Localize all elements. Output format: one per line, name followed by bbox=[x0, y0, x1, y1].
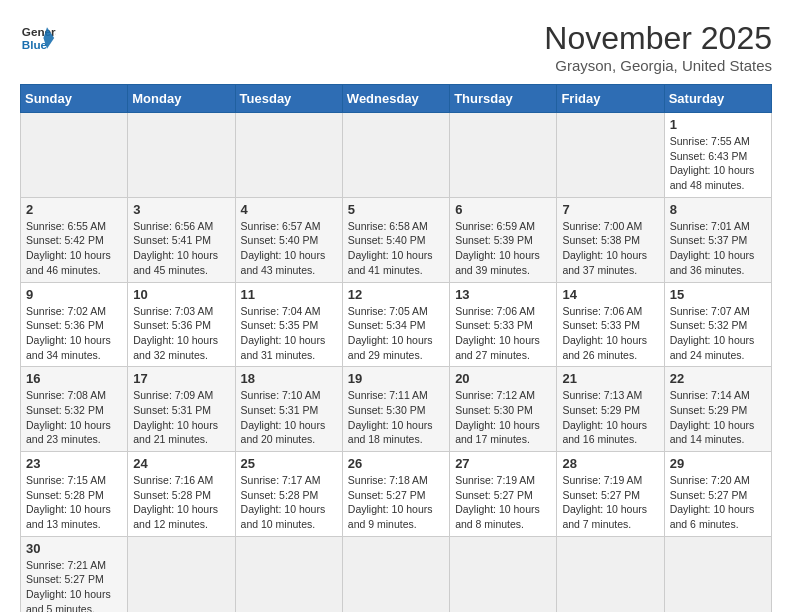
day-info: Sunrise: 7:19 AM Sunset: 5:27 PM Dayligh… bbox=[562, 473, 658, 532]
day-info: Sunrise: 7:16 AM Sunset: 5:28 PM Dayligh… bbox=[133, 473, 229, 532]
day-info: Sunrise: 7:03 AM Sunset: 5:36 PM Dayligh… bbox=[133, 304, 229, 363]
calendar-week-row: 23Sunrise: 7:15 AM Sunset: 5:28 PM Dayli… bbox=[21, 452, 772, 537]
calendar-cell: 13Sunrise: 7:06 AM Sunset: 5:33 PM Dayli… bbox=[450, 282, 557, 367]
column-header-friday: Friday bbox=[557, 85, 664, 113]
day-info: Sunrise: 7:02 AM Sunset: 5:36 PM Dayligh… bbox=[26, 304, 122, 363]
calendar-week-row: 30Sunrise: 7:21 AM Sunset: 5:27 PM Dayli… bbox=[21, 536, 772, 612]
column-header-thursday: Thursday bbox=[450, 85, 557, 113]
calendar-week-row: 2Sunrise: 6:55 AM Sunset: 5:42 PM Daylig… bbox=[21, 197, 772, 282]
day-info: Sunrise: 6:58 AM Sunset: 5:40 PM Dayligh… bbox=[348, 219, 444, 278]
day-number: 15 bbox=[670, 287, 766, 302]
day-number: 14 bbox=[562, 287, 658, 302]
day-info: Sunrise: 7:06 AM Sunset: 5:33 PM Dayligh… bbox=[562, 304, 658, 363]
day-number: 7 bbox=[562, 202, 658, 217]
column-header-wednesday: Wednesday bbox=[342, 85, 449, 113]
day-number: 29 bbox=[670, 456, 766, 471]
column-header-saturday: Saturday bbox=[664, 85, 771, 113]
column-header-monday: Monday bbox=[128, 85, 235, 113]
calendar-cell: 15Sunrise: 7:07 AM Sunset: 5:32 PM Dayli… bbox=[664, 282, 771, 367]
day-number: 12 bbox=[348, 287, 444, 302]
day-number: 16 bbox=[26, 371, 122, 386]
day-info: Sunrise: 7:10 AM Sunset: 5:31 PM Dayligh… bbox=[241, 388, 337, 447]
day-number: 27 bbox=[455, 456, 551, 471]
column-header-sunday: Sunday bbox=[21, 85, 128, 113]
day-info: Sunrise: 7:05 AM Sunset: 5:34 PM Dayligh… bbox=[348, 304, 444, 363]
day-number: 11 bbox=[241, 287, 337, 302]
calendar-cell bbox=[128, 536, 235, 612]
svg-text:Blue: Blue bbox=[22, 38, 48, 51]
day-number: 4 bbox=[241, 202, 337, 217]
calendar-cell: 27Sunrise: 7:19 AM Sunset: 5:27 PM Dayli… bbox=[450, 452, 557, 537]
calendar-cell: 20Sunrise: 7:12 AM Sunset: 5:30 PM Dayli… bbox=[450, 367, 557, 452]
calendar-cell: 25Sunrise: 7:17 AM Sunset: 5:28 PM Dayli… bbox=[235, 452, 342, 537]
day-info: Sunrise: 7:00 AM Sunset: 5:38 PM Dayligh… bbox=[562, 219, 658, 278]
day-info: Sunrise: 7:20 AM Sunset: 5:27 PM Dayligh… bbox=[670, 473, 766, 532]
day-info: Sunrise: 6:57 AM Sunset: 5:40 PM Dayligh… bbox=[241, 219, 337, 278]
day-number: 5 bbox=[348, 202, 444, 217]
calendar-cell bbox=[235, 113, 342, 198]
calendar-cell: 6Sunrise: 6:59 AM Sunset: 5:39 PM Daylig… bbox=[450, 197, 557, 282]
day-number: 20 bbox=[455, 371, 551, 386]
day-info: Sunrise: 7:18 AM Sunset: 5:27 PM Dayligh… bbox=[348, 473, 444, 532]
calendar-cell: 4Sunrise: 6:57 AM Sunset: 5:40 PM Daylig… bbox=[235, 197, 342, 282]
day-number: 19 bbox=[348, 371, 444, 386]
calendar-cell: 7Sunrise: 7:00 AM Sunset: 5:38 PM Daylig… bbox=[557, 197, 664, 282]
calendar-cell bbox=[342, 536, 449, 612]
day-number: 3 bbox=[133, 202, 229, 217]
calendar-cell: 23Sunrise: 7:15 AM Sunset: 5:28 PM Dayli… bbox=[21, 452, 128, 537]
day-info: Sunrise: 7:13 AM Sunset: 5:29 PM Dayligh… bbox=[562, 388, 658, 447]
day-number: 28 bbox=[562, 456, 658, 471]
calendar-cell: 5Sunrise: 6:58 AM Sunset: 5:40 PM Daylig… bbox=[342, 197, 449, 282]
calendar-cell: 22Sunrise: 7:14 AM Sunset: 5:29 PM Dayli… bbox=[664, 367, 771, 452]
calendar-cell: 2Sunrise: 6:55 AM Sunset: 5:42 PM Daylig… bbox=[21, 197, 128, 282]
day-number: 13 bbox=[455, 287, 551, 302]
column-header-tuesday: Tuesday bbox=[235, 85, 342, 113]
page-header: General Blue November 2025 Grayson, Geor… bbox=[20, 20, 772, 74]
calendar-cell bbox=[342, 113, 449, 198]
day-number: 22 bbox=[670, 371, 766, 386]
calendar-cell: 1Sunrise: 7:55 AM Sunset: 6:43 PM Daylig… bbox=[664, 113, 771, 198]
day-number: 10 bbox=[133, 287, 229, 302]
day-info: Sunrise: 7:09 AM Sunset: 5:31 PM Dayligh… bbox=[133, 388, 229, 447]
day-info: Sunrise: 7:07 AM Sunset: 5:32 PM Dayligh… bbox=[670, 304, 766, 363]
day-info: Sunrise: 6:56 AM Sunset: 5:41 PM Dayligh… bbox=[133, 219, 229, 278]
calendar-cell: 18Sunrise: 7:10 AM Sunset: 5:31 PM Dayli… bbox=[235, 367, 342, 452]
day-number: 26 bbox=[348, 456, 444, 471]
day-info: Sunrise: 7:15 AM Sunset: 5:28 PM Dayligh… bbox=[26, 473, 122, 532]
day-number: 8 bbox=[670, 202, 766, 217]
calendar-cell: 16Sunrise: 7:08 AM Sunset: 5:32 PM Dayli… bbox=[21, 367, 128, 452]
calendar-week-row: 16Sunrise: 7:08 AM Sunset: 5:32 PM Dayli… bbox=[21, 367, 772, 452]
day-number: 18 bbox=[241, 371, 337, 386]
day-number: 21 bbox=[562, 371, 658, 386]
logo: General Blue bbox=[20, 20, 56, 56]
calendar-week-row: 1Sunrise: 7:55 AM Sunset: 6:43 PM Daylig… bbox=[21, 113, 772, 198]
day-info: Sunrise: 7:55 AM Sunset: 6:43 PM Dayligh… bbox=[670, 134, 766, 193]
calendar-cell bbox=[450, 113, 557, 198]
calendar-cell bbox=[557, 113, 664, 198]
day-info: Sunrise: 7:04 AM Sunset: 5:35 PM Dayligh… bbox=[241, 304, 337, 363]
day-number: 24 bbox=[133, 456, 229, 471]
day-number: 2 bbox=[26, 202, 122, 217]
day-info: Sunrise: 6:59 AM Sunset: 5:39 PM Dayligh… bbox=[455, 219, 551, 278]
calendar-cell: 28Sunrise: 7:19 AM Sunset: 5:27 PM Dayli… bbox=[557, 452, 664, 537]
day-info: Sunrise: 6:55 AM Sunset: 5:42 PM Dayligh… bbox=[26, 219, 122, 278]
calendar-cell bbox=[450, 536, 557, 612]
month-title: November 2025 bbox=[544, 20, 772, 57]
calendar-cell: 10Sunrise: 7:03 AM Sunset: 5:36 PM Dayli… bbox=[128, 282, 235, 367]
calendar-cell: 12Sunrise: 7:05 AM Sunset: 5:34 PM Dayli… bbox=[342, 282, 449, 367]
day-info: Sunrise: 7:08 AM Sunset: 5:32 PM Dayligh… bbox=[26, 388, 122, 447]
calendar-cell: 19Sunrise: 7:11 AM Sunset: 5:30 PM Dayli… bbox=[342, 367, 449, 452]
calendar-cell: 29Sunrise: 7:20 AM Sunset: 5:27 PM Dayli… bbox=[664, 452, 771, 537]
calendar-cell: 8Sunrise: 7:01 AM Sunset: 5:37 PM Daylig… bbox=[664, 197, 771, 282]
calendar-cell bbox=[664, 536, 771, 612]
calendar-cell bbox=[128, 113, 235, 198]
location: Grayson, Georgia, United States bbox=[544, 57, 772, 74]
calendar-cell: 14Sunrise: 7:06 AM Sunset: 5:33 PM Dayli… bbox=[557, 282, 664, 367]
calendar-header-row: SundayMondayTuesdayWednesdayThursdayFrid… bbox=[21, 85, 772, 113]
day-number: 1 bbox=[670, 117, 766, 132]
calendar-table: SundayMondayTuesdayWednesdayThursdayFrid… bbox=[20, 84, 772, 612]
calendar-cell: 26Sunrise: 7:18 AM Sunset: 5:27 PM Dayli… bbox=[342, 452, 449, 537]
calendar-cell: 24Sunrise: 7:16 AM Sunset: 5:28 PM Dayli… bbox=[128, 452, 235, 537]
day-info: Sunrise: 7:19 AM Sunset: 5:27 PM Dayligh… bbox=[455, 473, 551, 532]
day-number: 25 bbox=[241, 456, 337, 471]
